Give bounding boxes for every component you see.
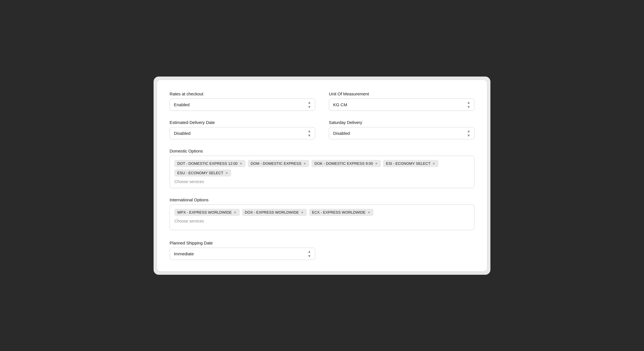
tag-dok-label: DOK - DOMESTIC EXPRESS 9:00	[314, 161, 373, 166]
tag-wpx-label: WPX - EXPRESS WORLDWIDE	[177, 210, 232, 214]
planned-shipping-date-select[interactable]: Immediate Next Day Custom	[170, 248, 315, 260]
domestic-options-multiselect[interactable]: DOT - DOMESTIC EXPRESS 12:00 × DOM - DOM…	[170, 156, 474, 188]
tag-esi-label: ESI - ECONOMY SELECT	[386, 161, 430, 166]
tag-wpx-remove[interactable]: ×	[234, 210, 237, 214]
tag-dok-remove[interactable]: ×	[375, 162, 378, 165]
unit-of-measurement-label: Unit Of Measurement	[329, 91, 474, 96]
rates-at-checkout-label: Rates at checkout	[170, 91, 315, 96]
rates-at-checkout-wrapper: Enabled Disabled ▲ ▼	[170, 99, 315, 111]
planned-shipping-date-wrapper: Immediate Next Day Custom ▲ ▼	[170, 248, 315, 260]
saturday-delivery-select[interactable]: Enabled Disabled	[329, 127, 474, 139]
international-options-multiselect[interactable]: WPX - EXPRESS WORLDWIDE × DOX - EXPRESS …	[170, 204, 474, 230]
domestic-options-placeholder: Choose services	[174, 179, 470, 184]
tag-esu-remove[interactable]: ×	[225, 171, 228, 175]
tag-esu-label: ESU - ECONOMY SELECT	[177, 171, 223, 175]
tag-dom: DOM - DOMESTIC EXPRESS ×	[248, 160, 309, 167]
tag-dox-label: DOX - EXPRESS WORLDWIDE	[245, 210, 299, 214]
domestic-options-group: Domestic Options DOT - DOMESTIC EXPRESS …	[170, 149, 474, 188]
saturday-delivery-label: Saturday Delivery	[329, 120, 474, 125]
tag-dot: DOT - DOMESTIC EXPRESS 12:00 ×	[174, 160, 245, 167]
tag-dox: DOX - EXPRESS WORLDWIDE ×	[242, 209, 307, 216]
international-options-label: International Options	[170, 197, 474, 202]
tag-esu: ESU - ECONOMY SELECT ×	[174, 169, 231, 176]
international-options-group: International Options WPX - EXPRESS WORL…	[170, 197, 474, 230]
settings-card: Rates at checkout Enabled Disabled ▲ ▼ U…	[157, 80, 487, 271]
tag-dot-label: DOT - DOMESTIC EXPRESS 12:00	[177, 161, 238, 166]
tag-wpx: WPX - EXPRESS WORLDWIDE ×	[174, 209, 240, 216]
domestic-options-label: Domestic Options	[170, 149, 474, 153]
domestic-options-tags-row: DOT - DOMESTIC EXPRESS 12:00 × DOM - DOM…	[174, 160, 470, 176]
tag-ecx-label: ECX - EXPRESS WORLDWIDE	[312, 210, 366, 214]
saturday-delivery-group: Saturday Delivery Enabled Disabled ▲ ▼	[329, 120, 474, 139]
estimated-delivery-date-wrapper: Enabled Disabled ▲ ▼	[170, 127, 315, 139]
tag-ecx-remove[interactable]: ×	[367, 210, 371, 214]
unit-of-measurement-select[interactable]: KG CM LB IN	[329, 99, 474, 111]
tag-dom-label: DOM - DOMESTIC EXPRESS	[251, 161, 301, 166]
planned-shipping-date-group: Planned Shipping Date Immediate Next Day…	[170, 240, 315, 260]
international-options-tags-row: WPX - EXPRESS WORLDWIDE × DOX - EXPRESS …	[174, 209, 470, 216]
tag-ecx: ECX - EXPRESS WORLDWIDE ×	[309, 209, 374, 216]
tag-dot-remove[interactable]: ×	[239, 162, 243, 165]
tag-dom-remove[interactable]: ×	[303, 162, 307, 165]
rates-at-checkout-group: Rates at checkout Enabled Disabled ▲ ▼	[170, 91, 315, 111]
outer-container: Rates at checkout Enabled Disabled ▲ ▼ U…	[154, 77, 490, 275]
saturday-delivery-wrapper: Enabled Disabled ▲ ▼	[329, 127, 474, 139]
rates-at-checkout-select[interactable]: Enabled Disabled	[170, 99, 315, 111]
form-grid: Rates at checkout Enabled Disabled ▲ ▼ U…	[170, 91, 474, 260]
estimated-delivery-date-select[interactable]: Enabled Disabled	[170, 127, 315, 139]
tag-esi-remove[interactable]: ×	[432, 162, 436, 165]
estimated-delivery-date-group: Estimated Delivery Date Enabled Disabled…	[170, 120, 315, 139]
tag-dox-remove[interactable]: ×	[301, 210, 304, 214]
planned-shipping-date-label: Planned Shipping Date	[170, 240, 315, 245]
tag-dok: DOK - DOMESTIC EXPRESS 9:00 ×	[311, 160, 381, 167]
unit-of-measurement-group: Unit Of Measurement KG CM LB IN ▲ ▼	[329, 91, 474, 111]
international-options-placeholder: Choose services	[174, 219, 470, 223]
estimated-delivery-date-label: Estimated Delivery Date	[170, 120, 315, 125]
tag-esi: ESI - ECONOMY SELECT ×	[383, 160, 438, 167]
unit-of-measurement-wrapper: KG CM LB IN ▲ ▼	[329, 99, 474, 111]
